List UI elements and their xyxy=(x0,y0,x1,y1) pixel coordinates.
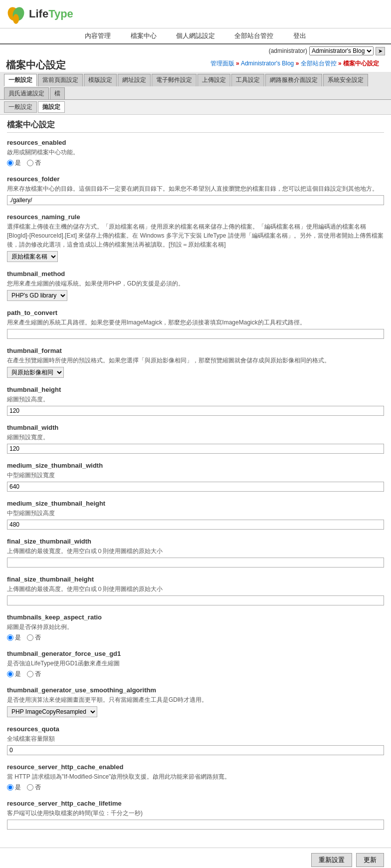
page-title: 檔案中心設定 xyxy=(6,58,66,72)
tab-url[interactable]: 網址設定 xyxy=(118,74,151,86)
go-button[interactable]: ➤ xyxy=(376,47,385,55)
logo: LifeType xyxy=(6,4,73,24)
tab-general[interactable]: 一般設定 xyxy=(4,74,37,86)
radio-no-thumbnails-keep-aspect-ratio[interactable]: 否 xyxy=(27,633,41,642)
radio-group-thumbnail-generator-force-use-gd1: 是 否 xyxy=(7,670,384,678)
input-final-size-thumbnail-height[interactable] xyxy=(7,595,384,605)
field-name-resources-naming-rule: resources_naming_rule xyxy=(7,213,384,221)
tab-template[interactable]: 模版設定 xyxy=(84,74,117,86)
input-final-size-thumbnail-width[interactable] xyxy=(7,558,384,568)
radio-no-thumbnail-generator-force-use-gd1[interactable]: 否 xyxy=(27,670,41,678)
field-path-to-convert: path_to_convert 用來產生縮圖的系統工具路徑。如果您要使用Imag… xyxy=(7,309,384,339)
tab-current-page[interactable]: 當前頁面設定 xyxy=(38,74,83,86)
field-desc-resource-server-http-cache-lifetime: 客戶端可以使用快取檔案的時間(單位：千分之一秒) xyxy=(7,809,384,818)
field-medium-size-thumbnail-height: medium_size_thumbnail_height 中型縮圖預設高度 xyxy=(7,500,384,530)
tab-security[interactable]: 系統安全設定 xyxy=(323,74,368,86)
field-desc-resource-server-http-cache-enabled: 當 HTTP 請求檔頭為"If-Modified-Since"啟用快取支援。啟用… xyxy=(7,772,384,781)
nav-content-mgmt[interactable]: 內容管理 xyxy=(85,32,111,39)
radio-yes-thumbnails-keep-aspect-ratio[interactable]: 是 xyxy=(7,633,21,642)
field-desc-resources-folder: 用來存放檔案中心的目錄。這個目錄不一定要在網頁目錄下。如果您不希望別人直接瀏覽您… xyxy=(7,184,384,193)
field-name-medium-size-thumbnail-width: medium_size_thumbnail_width xyxy=(7,462,384,469)
radio-no-resource-server-http-cache-enabled[interactable]: 否 xyxy=(27,783,41,792)
tab-bar: 一般設定 當前頁面設定 模版設定 網址設定 電子郵件設定 上傳設定 工具設定 網… xyxy=(0,72,391,100)
breadcrumb-blog[interactable]: Administrator's Blog xyxy=(241,60,294,67)
input-thumbnail-width[interactable] xyxy=(7,444,384,454)
input-path-to-convert[interactable] xyxy=(7,329,384,339)
breadcrumb-home[interactable]: 管理面版 xyxy=(210,60,234,67)
select-thumbnail-method[interactable]: PHP's GD library xyxy=(7,290,67,301)
field-desc-thumbnail-format: 在產生預覽縮圖時所使用的預設格式。如果您選擇「與原始影像相同」，那麼預覽縮圖就會… xyxy=(7,356,384,365)
select-thumbnail-generator-use-smoothing-algorithm[interactable]: PHP ImageCopyResampled xyxy=(7,706,97,717)
field-name-thumbnail-generator-use-smoothing-algorithm: thumbnail_generator_use_smoothing_algori… xyxy=(7,686,384,694)
field-name-thumbnail-method: thumbnail_method xyxy=(7,270,384,278)
field-resources-naming-rule: resources_naming_rule 選擇檔案上傳後在主機的儲存方式。「原… xyxy=(7,213,384,262)
radio-no-resources-enabled[interactable]: 否 xyxy=(27,159,41,167)
field-name-thumbnails-keep-aspect-ratio: thumbnails_keep_aspect_ratio xyxy=(7,613,384,621)
field-resource-server-http-cache-enabled: resource_server_http_cache_enabled 當 HTT… xyxy=(7,763,384,792)
field-medium-size-thumbnail-width: medium_size_thumbnail_width 中型縮圖預設寬度 xyxy=(7,462,384,492)
field-desc-thumbnail-height: 縮圖預設高度。 xyxy=(7,395,384,404)
section-title: 檔案中心設定 xyxy=(7,120,384,133)
field-desc-path-to-convert: 用來產生縮圖的系統工具路徑。如果您要使用ImageMagick，那麼您必須接著填… xyxy=(7,318,384,327)
input-medium-size-thumbnail-width[interactable] xyxy=(7,482,384,492)
breadcrumb-current: 檔案中心設定 xyxy=(343,60,379,67)
select-resources-naming-rule[interactable]: 原始檔案名稱 xyxy=(7,251,58,262)
input-resources-quota[interactable] xyxy=(7,745,384,755)
reset-button[interactable]: 重新設置 xyxy=(311,853,352,867)
breadcrumb-all-sites[interactable]: 全部站台管控 xyxy=(301,60,337,67)
field-resources-quota: resources_quota 全域檔案容量限額 xyxy=(7,725,384,755)
radio-group-resource-server-http-cache-enabled: 是 否 xyxy=(7,783,384,792)
input-resource-server-http-cache-lifetime[interactable] xyxy=(7,820,384,830)
field-desc-final-size-thumbnail-height: 上傳圖檔的最後高度。使用空白或０則使用圖檔的原始大小 xyxy=(7,584,384,593)
radio-group-thumbnails-keep-aspect-ratio: 是 否 xyxy=(7,633,384,642)
field-name-thumbnail-width: thumbnail_width xyxy=(7,424,384,431)
nav-personal-settings[interactable]: 個人網誌設定 xyxy=(176,32,215,39)
field-name-final-size-thumbnail-width: final_size_thumbnail_width xyxy=(7,538,384,545)
field-thumbnail-height: thumbnail_height 縮圖預設高度。 xyxy=(7,386,384,416)
bottom-bar: 重新設置 更新 xyxy=(0,848,391,868)
radio-yes-resources-enabled[interactable]: 是 xyxy=(7,159,21,167)
field-name-final-size-thumbnail-height: final_size_thumbnail_height xyxy=(7,576,384,583)
nav-file-center[interactable]: 檔案中心 xyxy=(131,32,157,39)
field-name-medium-size-thumbnail-height: medium_size_thumbnail_height xyxy=(7,500,384,507)
field-desc-thumbnail-generator-use-smoothing-algorithm: 是否使用演算法來使縮圖畫面更平順。只有當縮圖產生工具是GD時才適用。 xyxy=(7,695,384,704)
nav-all-sites[interactable]: 全部站台管控 xyxy=(234,32,273,39)
field-resources-folder: resources_folder 用來存放檔案中心的目錄。這個目錄不一定要在網頁… xyxy=(7,175,384,205)
field-desc-thumbnail-width: 縮圖預設寬度。 xyxy=(7,433,384,442)
select-thumbnail-format[interactable]: 與原始影像相同 xyxy=(7,367,64,378)
input-resources-folder[interactable] xyxy=(7,195,384,205)
radio-yes-thumbnail-generator-force-use-gd1[interactable]: 是 xyxy=(7,670,21,678)
radio-yes-resource-server-http-cache-enabled[interactable]: 是 xyxy=(7,783,21,792)
tab-api[interactable]: 網路服務介面設定 xyxy=(265,74,322,86)
breadcrumb: 管理面版 » Administrator's Blog » 全部站台管控 » 檔… xyxy=(204,58,385,69)
tab-files[interactable]: 檔 xyxy=(50,87,65,99)
blog-selector-bar: (administrator) Administrator's Blog ➤ xyxy=(0,44,391,57)
sub-tab-throw[interactable]: 拋設定 xyxy=(38,101,65,113)
logo-icon xyxy=(6,4,26,24)
blog-select[interactable]: Administrator's Blog xyxy=(309,46,374,55)
field-name-resource-server-http-cache-lifetime: resource_server_http_cache_lifetime xyxy=(7,800,384,807)
input-medium-size-thumbnail-height[interactable] xyxy=(7,520,384,530)
tab-tools[interactable]: 工具設定 xyxy=(231,74,264,86)
top-nav: 內容管理 檔案中心 個人網誌設定 全部站台管控 登出 xyxy=(0,28,391,44)
field-desc-thumbnails-keep-aspect-ratio: 縮圖是否保持原始比例。 xyxy=(7,622,384,631)
input-thumbnail-height[interactable] xyxy=(7,406,384,416)
field-thumbnail-generator-force-use-gd1: thumbnail_generator_force_use_gd1 是否強迫Li… xyxy=(7,650,384,678)
field-thumbnail-method: thumbnail_method 您用來產生縮圖的後端系統。如果使用PHP，GD… xyxy=(7,270,384,301)
field-thumbnail-generator-use-smoothing-algorithm: thumbnail_generator_use_smoothing_algori… xyxy=(7,686,384,717)
header: LifeType xyxy=(0,0,391,28)
field-name-resources-enabled: resources_enabled xyxy=(7,139,384,146)
logo-text: LifeType xyxy=(29,7,73,20)
field-thumbnail-format: thumbnail_format 在產生預覽縮圖時所使用的預設格式。如果您選擇「… xyxy=(7,347,384,378)
sub-tab-general[interactable]: 一般設定 xyxy=(4,101,37,113)
tab-filter[interactable]: 員氏過濾設定 xyxy=(4,87,49,99)
admin-label: (administrator) xyxy=(269,47,307,54)
nav-logout[interactable]: 登出 xyxy=(293,32,306,39)
tab-email[interactable]: 電子郵件設定 xyxy=(152,74,196,86)
tab-upload[interactable]: 上傳設定 xyxy=(197,74,230,86)
field-desc-resources-naming-rule: 選擇檔案上傳後在主機的儲存方式。「原始檔案名稱」使用原來的檔案名稱來儲存上傳的檔… xyxy=(7,222,384,249)
radio-group-resources-enabled: 是 否 xyxy=(7,159,384,167)
field-desc-thumbnail-generator-force-use-gd1: 是否強迫LifeType使用GD1函數來產生縮圖 xyxy=(7,659,384,668)
update-button[interactable]: 更新 xyxy=(356,853,384,867)
field-desc-thumbnail-method: 您用來產生縮圖的後端系統。如果使用PHP，GD的支援是必須的。 xyxy=(7,279,384,288)
